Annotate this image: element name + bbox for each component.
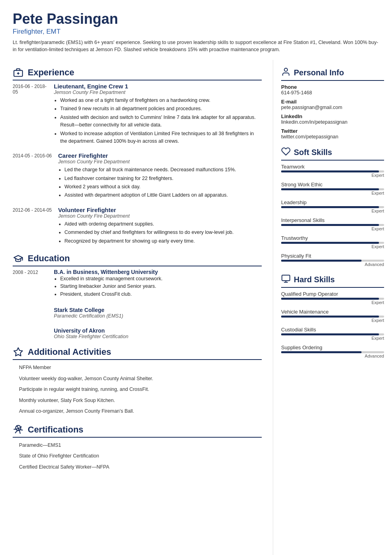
personal-info-field: LinkedIn linkedin.com/in/petepassignan (281, 113, 384, 125)
education-section-title: Education (13, 253, 262, 266)
field-label: LinkedIn (281, 113, 384, 119)
education-detail: University of Akron Ohio State Firefight… (54, 323, 128, 339)
experience-bullet: Led flashover container training for 22 … (65, 175, 236, 182)
field-label: E-mail (281, 99, 384, 105)
education-detail: Stark State College Paramedic Certificat… (54, 303, 123, 319)
education-date (13, 323, 48, 339)
certification-item: Certified Electrical Safety Worker—NFPA (13, 462, 262, 473)
personal-info-section-title: Personal Info (281, 67, 384, 81)
certifications-section-title: Certifications (13, 424, 262, 438)
header: Pete Passingan Firefighter, EMT Lt. fire… (0, 0, 392, 60)
skill-bar (281, 224, 384, 226)
experience-item: 2012-06 - 2014-05 Volunteer Firefighter … (13, 207, 262, 246)
hard-skill-item: Supplies Ordering Advanced (281, 344, 384, 358)
activities-icon (13, 346, 24, 358)
certifications-icon (13, 424, 24, 435)
resume: Pete Passingan Firefighter, EMT Lt. fire… (0, 0, 392, 555)
hard-skill-item: Custodial Skills Expert (281, 327, 384, 341)
education-item: Stark State College Paramedic Certificat… (13, 303, 262, 319)
experience-bullet: Aided with ordering department supplies. (65, 220, 234, 228)
education-description: Paramedic Certification (EMS1) (54, 313, 123, 319)
skill-bar (281, 333, 384, 335)
field-label: Phone (281, 84, 384, 90)
skill-name: Teamwork (281, 164, 384, 170)
activity-item: Volunteer weekly dog-walker, Jemson Coun… (13, 373, 262, 385)
activity-item: Participate in regular weight training, … (13, 384, 262, 395)
personal-info-field: E-mail pete.passignan@gmail.com (281, 99, 384, 110)
education-bullets: Excelled in strategic management coursew… (54, 275, 162, 298)
education-title: Education (28, 253, 70, 264)
soft-skill-item: Physically Fit Advanced (281, 253, 384, 267)
soft-skills-list: Teamwork Expert Strong Work Ethic Expert… (281, 164, 384, 267)
svg-rect-6 (282, 275, 290, 281)
soft-skill-item: Leadership Expert (281, 199, 384, 213)
experience-item: 2016-06 - 2018-05 Lieutenant, Engine Cre… (13, 83, 262, 146)
education-date: 2008 - 2012 (13, 269, 48, 298)
candidate-subtitle: Firefighter, EMT (13, 28, 379, 36)
experience-date: 2012-06 - 2014-05 (13, 207, 52, 246)
company: Jemson County Fire Department (54, 90, 262, 95)
education-bullet: President, student CrossFit club. (60, 291, 162, 298)
job-title: Volunteer Firefighter (58, 207, 234, 213)
svg-marker-3 (14, 348, 23, 356)
svg-point-5 (284, 68, 287, 71)
personal-info-fields: Phone 614-975-1468 E-mail pete.passignan… (281, 84, 384, 140)
skill-bar (281, 206, 384, 208)
experience-bullets: Worked as one of a tight family of firef… (54, 97, 262, 145)
soft-skills-title: Soft Skills (294, 148, 332, 157)
personal-info-field: Twitter twitter.com/petepassignan (281, 128, 384, 140)
soft-skills-section-title: Soft Skills (281, 147, 384, 161)
skill-bar-fill (281, 260, 362, 262)
skill-level: Expert (281, 226, 384, 231)
hard-skills-section-title: Hard Skills (281, 274, 384, 288)
experience-bullet: Assisted with decision and switch to Cum… (60, 114, 262, 129)
experience-bullet: Trained 9 new recruits in all department… (60, 105, 262, 113)
experience-bullets: Aided with ordering department supplies.… (58, 220, 234, 245)
institution: Stark State College (54, 307, 123, 313)
skill-bar (281, 170, 384, 172)
experience-bullet: Commended by chief and firefighters for … (65, 229, 234, 236)
education-bullet: Starting linebacker Junior and Senior ye… (60, 283, 162, 290)
experience-list: 2016-06 - 2018-05 Lieutenant, Engine Cre… (13, 83, 262, 246)
skill-name: Supplies Ordering (281, 344, 384, 350)
education-list: 2008 - 2012 B.A. in Business, Wittenberg… (13, 269, 262, 339)
skill-level: Expert (281, 209, 384, 213)
experience-detail: Lieutenant, Engine Crew 1 Jemson County … (54, 83, 262, 146)
skill-level: Expert (281, 173, 384, 178)
skill-level: Expert (281, 300, 384, 305)
experience-title: Experience (28, 67, 74, 78)
certification-item: State of Ohio Firefighter Certification (13, 451, 262, 462)
experience-bullet: Assisted with department adoption of Lit… (65, 191, 236, 199)
skill-name: Qualified Pump Operator (281, 291, 384, 297)
field-value: linkedin.com/in/petepassignan (281, 119, 384, 125)
skill-bar (281, 351, 384, 353)
experience-detail: Volunteer Firefighter Jemson County Fire… (58, 207, 234, 246)
experience-date: 2016-06 - 2018-05 (13, 83, 48, 146)
soft-skill-item: Trustworthy Expert (281, 235, 384, 249)
skill-name: Trustworthy (281, 235, 384, 241)
education-item: 2008 - 2012 B.A. in Business, Wittenberg… (13, 269, 262, 298)
skill-bar-fill (281, 242, 379, 244)
job-title: Career Firefighter (58, 152, 236, 159)
soft-skill-item: Teamwork Expert (281, 164, 384, 178)
skill-name: Strong Work Ethic (281, 182, 384, 188)
skill-level: Expert (281, 244, 384, 249)
field-value: 614-975-1468 (281, 90, 384, 96)
experience-item: 2014-05 - 2016-06 Career Firefighter Jem… (13, 152, 262, 200)
candidate-summary: Lt. firefighter/paramedic (EMS1) with 6+… (13, 39, 379, 54)
skill-level: Expert (281, 336, 384, 341)
skill-bar-fill (281, 170, 379, 172)
job-title: Lieutenant, Engine Crew 1 (54, 83, 262, 90)
company: Jemson County Fire Department (58, 213, 234, 219)
activities-list: NFPA MemberVolunteer weekly dog-walker, … (13, 362, 262, 417)
experience-bullet: Worked to increase adoption of Ventilati… (60, 130, 262, 145)
right-column: Personal Info Phone 614-975-1468 E-mail … (273, 60, 392, 555)
activity-item: NFPA Member (13, 362, 262, 373)
education-detail: B.A. in Business, Wittenberg University … (54, 269, 162, 298)
experience-icon (13, 67, 24, 78)
experience-date: 2014-05 - 2016-06 (13, 152, 52, 200)
skill-bar-fill (281, 333, 379, 335)
certifications-list: Paramedic—EMS1State of Ohio Firefighter … (13, 440, 262, 473)
skill-bar (281, 316, 384, 318)
hard-skill-item: Qualified Pump Operator Expert (281, 291, 384, 305)
